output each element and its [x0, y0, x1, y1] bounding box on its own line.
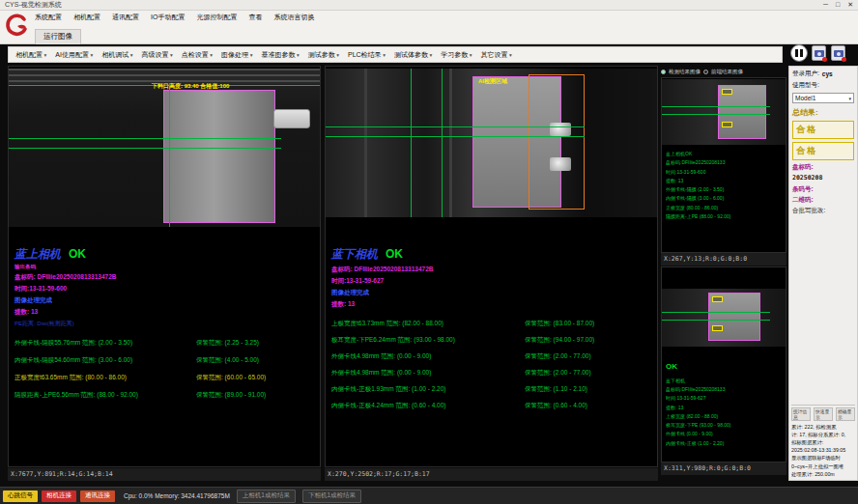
app-window: CYS-视觉检测系统 ─ □ ✕ 系统配置 相机配置 通讯配置 IO手动配置 光… — [0, 0, 858, 504]
process-done-label: 图像处理完成 — [14, 296, 316, 305]
output-barcode-label: 输出条码 — [14, 264, 316, 270]
measure-line — [662, 312, 770, 313]
output-image-options: 检测结果图像 前端结果图像 — [661, 67, 786, 76]
measurement-row-warning: 正极宽度t63.65mm 范围: (80.00 - 86.00)保警范围: (6… — [14, 374, 316, 382]
tool-camera-debug[interactable]: 相机调试 — [98, 49, 136, 61]
defect-marker — [722, 89, 732, 95]
menu-item-system-config[interactable]: 系统配置 — [35, 13, 62, 22]
stat-line: 处理累计: 250.00m — [791, 470, 855, 478]
barcode-value: 盘标码: DFIIiie2025020813313472B — [14, 273, 316, 282]
total-result-label: 总结果: — [792, 107, 854, 118]
measure-line — [662, 320, 770, 321]
measurement-row: 内侧卡线-正极4.24mm 范围: (0.60 - 4.00)保警范围: (0.… — [331, 402, 653, 410]
model-select[interactable]: Model1 — [792, 93, 854, 103]
lower-thumbnail-image — [662, 289, 786, 347]
timestamp-value: 时间:13-31-59-627 — [331, 277, 653, 286]
lower-thumbnail-text: OK 蓝下相机 盘标码:DFIIiie20250208133 时间:13-31-… — [666, 360, 784, 448]
measurement-row: 外侧卡线4.98mm 范围: (0.00 - 9.00)保警范围: (2.00 … — [331, 369, 653, 378]
statistics-tabs: 统计信息 快速显示 精确显示 — [791, 407, 855, 421]
menu-item-language[interactable]: 系统语言切换 — [273, 13, 314, 22]
tool-other-settings[interactable]: 其它设置 — [477, 49, 516, 61]
stats-tab-precise[interactable]: 精确显示 — [836, 407, 855, 421]
stats-tab-info[interactable]: 统计信息 — [791, 407, 811, 421]
upper-thumbnail-image — [662, 79, 786, 145]
measure-line — [9, 148, 281, 149]
pause-button[interactable] — [790, 44, 808, 62]
stats-tab-fast[interactable]: 快速显示 — [814, 407, 833, 421]
option-front-result-image[interactable]: 前端结果图像 — [711, 69, 743, 75]
title-bar: CYS-视觉检测系统 ─ □ ✕ — [0, 0, 858, 11]
menu-item-camera-config[interactable]: 相机配置 — [73, 13, 100, 22]
tool-camera-config[interactable]: 相机配置 — [12, 49, 50, 61]
measurement-row: 内侧卡线-正极1.93mm 范围: (1.00 - 2.20)保警范围: (1.… — [331, 385, 653, 394]
tool-learn-params[interactable]: 学习参数 — [437, 49, 475, 61]
left-camera-view[interactable]: 下料口高度: 93.40 合格值:100 蓝上相机OK 输出条码 盘标码: DF… — [8, 66, 321, 467]
total-result-box-lower: 合格 — [792, 142, 854, 160]
pe-distance-note: PE距离: Dist(检测距离) — [14, 320, 316, 328]
camera-icon — [815, 50, 824, 57]
pause-icon — [795, 49, 798, 57]
barcode-value: 盘标码: DFIIiie2025020813313472B — [331, 266, 653, 274]
measurement-row: 上极宽度t63.73mm 范围: (82.00 - 88.00)保警范围: (8… — [331, 320, 653, 328]
bright-feature — [550, 157, 571, 171]
tool-advanced-settings[interactable]: 高级设置 — [138, 49, 177, 61]
measure-line — [9, 138, 281, 139]
toolbar: 相机配置 AI使用配置 相机调试 高级设置 点检设置 图像处理 基准图参数 测试… — [8, 46, 783, 63]
defect-marker — [722, 122, 732, 127]
camera-result-line: 蓝下相机OK — [331, 246, 653, 263]
alert-dot-icon — [842, 57, 846, 62]
measurement-row: 外侧卡线-隔膜55.76mm 范围: (2.00 - 3.50)保警范围: (2… — [14, 339, 316, 348]
heartbeat-indicator: 心跳信号 — [3, 490, 38, 502]
tool-ai-config[interactable]: AI使用配置 — [51, 49, 97, 61]
radio-selected-icon[interactable] — [661, 70, 666, 74]
camera-name-label: 蓝下相机 — [331, 247, 378, 261]
menu-item-comm-config[interactable]: 通讯配置 — [112, 13, 139, 22]
measure-line — [326, 126, 585, 127]
right-view-coordinate-bar: X:270,Y:2502;R:17;G:17;B:17 — [325, 468, 658, 481]
radio-icon[interactable] — [703, 70, 708, 74]
alert-dot-icon — [822, 57, 827, 62]
info-panel: 登录用户: cys 使用型号: Model1 总结果: 合格 合格 盘标码: 2… — [788, 66, 858, 481]
machine-strut — [449, 69, 452, 217]
app-logo — [5, 13, 28, 42]
tray-barcode-value: 20250208 — [792, 174, 854, 182]
menu-item-view[interactable]: 查看 — [248, 13, 262, 22]
upper-camera-button[interactable] — [812, 45, 826, 61]
detected-part-region — [163, 90, 275, 223]
option-detect-result-image[interactable]: 检测结果图像 — [669, 69, 701, 75]
tab-run-image[interactable]: 运行图像 — [35, 29, 81, 44]
login-user-label: 登录用户: — [792, 70, 819, 78]
menu-item-light-control[interactable]: 光源控制配置 — [196, 13, 237, 22]
measurement-row: 极耳宽度-下PE6.24mm 范围: (93.00 - 98.00)保警范围: … — [331, 336, 653, 345]
ai-region-label: AI检测区域 — [478, 77, 507, 86]
upper-thumbnail-coordinate-bar: X:267,Y:13;R:0;G:0;B:0 — [661, 253, 786, 266]
window-controls: ─ □ ✕ — [823, 0, 853, 10]
minimize-button[interactable]: ─ — [823, 0, 828, 10]
lower-thumbnail-view[interactable]: OK 蓝下相机 盘标码:DFIIiie20250208133 时间:13-31-… — [661, 266, 786, 462]
tool-test-body-params[interactable]: 测试体参数 — [390, 49, 436, 61]
connector-part — [273, 109, 310, 128]
close-button[interactable]: ✕ — [847, 0, 853, 10]
right-camera-view[interactable]: AI检测区域 蓝下相机OK 盘标码: DFIIiie20250208133134… — [325, 66, 658, 467]
menu-bar: 系统配置 相机配置 通讯配置 IO手动配置 光源控制配置 查看 系统语言切换 — [0, 11, 858, 24]
tool-test-params[interactable]: 测试参数 — [304, 49, 343, 61]
tool-image-process[interactable]: 图像处理 — [217, 49, 256, 61]
timestamp-value: 时间:13-31-59-600 — [14, 285, 316, 294]
measurement-list: 上极宽度t63.73mm 范围: (82.00 - 88.00)保警范围: (8… — [331, 320, 653, 410]
measurement-row: 隔膜距离-上PE6.56mm 范围: (88.00 - 92.00)保警范围: … — [14, 391, 316, 400]
measure-line — [326, 136, 585, 137]
camera-icon — [834, 50, 844, 57]
lower-camera-button[interactable] — [831, 45, 845, 61]
tool-baseline-params[interactable]: 基准图参数 — [257, 49, 302, 61]
tool-spot-check[interactable]: 点检设置 — [178, 49, 216, 61]
upper-thumbnail-view[interactable]: 蓝上相机OK 盘标码:DFIIiie20250208133 时间:13-31-5… — [661, 77, 786, 253]
tool-plc-result[interactable]: PLC检结果 — [344, 49, 389, 61]
statistics-block: 统计信息 快速显示 精确显示 累计: 222, 拟检测累 计: 17, 拟标分系… — [791, 405, 855, 478]
upper-thumbnail-text: 蓝上相机OK 盘标码:DFIIiie20250208133 时间:13-31-5… — [666, 150, 784, 221]
maximize-button[interactable]: □ — [836, 0, 840, 10]
ok-status-label: OK — [69, 247, 86, 261]
menu-item-io-manual[interactable]: IO手动配置 — [151, 13, 185, 22]
camera-connection-indicator: 相机连接 — [42, 490, 76, 502]
upper-camera-result-chip: 上相机1成检结果 — [237, 490, 296, 503]
defect-marker — [712, 296, 723, 302]
